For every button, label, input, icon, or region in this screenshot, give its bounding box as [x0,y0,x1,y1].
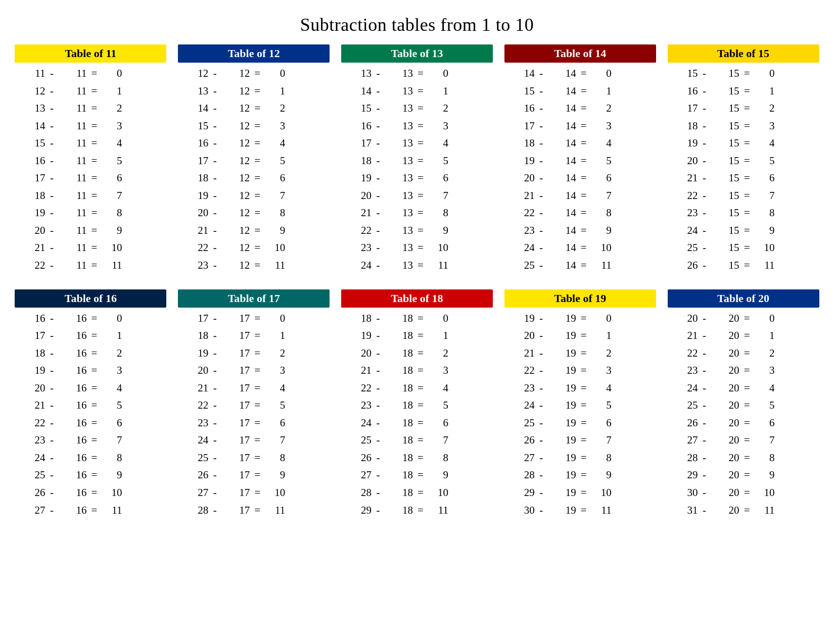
cell-equals: = [576,327,591,344]
cell-operator: - [45,100,58,117]
cell-equals: = [739,257,755,274]
cell-operator: - [45,239,58,256]
cell-result: 3 [755,118,775,134]
cell-equals: = [86,205,102,221]
cell-subtrahend: 16 [58,397,86,414]
cell-result: 7 [265,187,285,204]
cell-operator: - [45,415,58,431]
cell-equals: = [739,100,755,117]
cell-minuend: 16 [343,118,372,134]
table-row: 24-15=9 [668,222,819,239]
cell-minuend: 22 [670,187,698,204]
cell-minuend: 20 [343,187,372,204]
cell-equals: = [250,187,265,204]
cell-subtrahend: 15 [711,170,739,186]
cell-equals: = [576,467,591,483]
table-row: 16-14=2 [504,100,656,117]
cell-result: 6 [102,170,122,186]
cell-subtrahend: 19 [548,327,576,344]
cell-result: 2 [755,100,775,117]
cell-minuend: 21 [506,345,535,362]
cell-subtrahend: 16 [58,345,86,362]
cell-result: 4 [755,135,775,152]
table-row: 20-18=2 [341,344,493,362]
table-row: 21-12=9 [178,222,330,239]
cell-result: 9 [591,222,612,239]
table-row: 25-19=6 [504,414,656,432]
cell-minuend: 25 [670,397,698,414]
cell-subtrahend: 11 [58,118,86,134]
table-row: 17-16=1 [15,327,166,344]
cell-minuend: 14 [17,118,45,134]
cell-equals: = [739,187,755,204]
table-row: 16-11=5 [15,152,166,170]
cell-equals: = [576,432,591,449]
cell-result: 8 [102,450,122,466]
cell-result: 4 [755,380,775,397]
cell-minuend: 15 [506,83,535,100]
cell-subtrahend: 12 [221,205,250,221]
cell-result: 1 [265,327,285,344]
cell-equals: = [250,135,265,152]
cell-subtrahend: 16 [58,310,86,327]
cell-result: 10 [428,484,448,501]
table-row: 21-19=2 [504,344,656,362]
table-block: Table of 1616-16=017-16=118-16=219-16=32… [15,289,166,519]
cell-equals: = [576,310,591,327]
table-row: 22-12=10 [178,239,330,257]
cell-result: 8 [591,205,612,221]
cell-subtrahend: 20 [711,502,739,519]
cell-minuend: 17 [17,327,45,344]
cell-subtrahend: 12 [221,239,250,256]
cell-minuend: 17 [180,153,208,169]
cell-operator: - [698,187,711,204]
cell-subtrahend: 18 [385,310,413,327]
cell-equals: = [250,467,265,483]
table-row: 24-13=11 [341,257,493,274]
cell-result: 0 [265,310,285,327]
cell-equals: = [250,502,265,519]
cell-subtrahend: 15 [711,118,739,134]
cell-subtrahend: 11 [58,257,86,274]
cell-equals: = [413,327,428,344]
cell-operator: - [698,118,711,134]
cell-result: 11 [102,257,122,274]
cell-equals: = [250,380,265,397]
table-row: 24-20=4 [668,379,819,397]
cell-result: 5 [755,397,775,414]
cell-result: 9 [755,222,775,239]
cell-result: 0 [755,310,775,327]
cell-subtrahend: 17 [221,362,250,379]
cell-result: 2 [428,345,448,362]
cell-subtrahend: 11 [58,83,86,100]
cell-minuend: 15 [343,100,372,117]
cell-result: 9 [428,222,448,239]
cell-result: 2 [102,345,122,362]
cell-subtrahend: 17 [221,345,250,362]
table-row: 25-18=7 [341,431,493,449]
cell-result: 1 [591,327,612,344]
cell-operator: - [45,362,58,379]
cell-result: 0 [102,65,122,82]
table-row: 21-17=4 [178,379,330,397]
cell-minuend: 27 [343,467,372,483]
cell-subtrahend: 13 [385,65,413,82]
cell-minuend: 20 [180,205,208,221]
cell-equals: = [576,362,591,379]
table-row: 30-20=10 [668,484,819,502]
cell-minuend: 17 [670,100,698,117]
cell-result: 9 [591,467,612,483]
cell-result: 2 [102,100,122,117]
section-1: Table of 1111-11=012-11=113-11=214-11=31… [0,44,834,289]
cell-result: 6 [102,415,122,431]
cell-operator: - [535,327,548,344]
table-row: 17-13=4 [341,134,493,152]
cell-result: 1 [428,83,448,100]
cell-equals: = [739,135,755,152]
cell-result: 5 [755,153,775,169]
cell-operator: - [45,135,58,152]
cell-operator: - [45,187,58,204]
cell-result: 3 [755,362,775,379]
cell-operator: - [698,450,711,466]
cell-operator: - [208,484,221,501]
